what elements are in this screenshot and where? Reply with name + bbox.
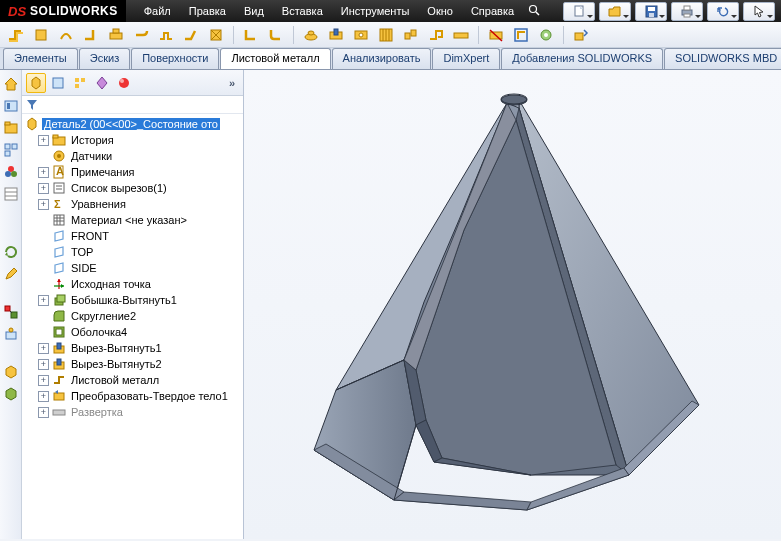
- tree-item[interactable]: +Бобышка-Вытянуть1: [22, 292, 243, 308]
- tree-item[interactable]: +Преобразовать-Твердое тело1: [22, 388, 243, 404]
- display-manager-tab[interactable]: [114, 73, 134, 93]
- menu-view[interactable]: Вид: [236, 3, 272, 19]
- rail-display-state-icon[interactable]: [3, 326, 19, 342]
- tree-item[interactable]: SIDE: [22, 260, 243, 276]
- miter-flange-button[interactable]: [105, 25, 127, 45]
- tree-item[interactable]: +AПримечания: [22, 164, 243, 180]
- rail-custom-props-icon[interactable]: [3, 186, 19, 202]
- simple-hole-button[interactable]: [350, 25, 372, 45]
- property-manager-tab[interactable]: [48, 73, 68, 93]
- convert-button[interactable]: [30, 25, 52, 45]
- open-button[interactable]: [599, 2, 631, 21]
- vent-button[interactable]: [375, 25, 397, 45]
- menu-file[interactable]: Файл: [136, 3, 179, 19]
- svg-rect-38: [5, 144, 10, 149]
- tree-item-label: Листовой металл: [69, 374, 161, 386]
- expand-icon[interactable]: +: [38, 359, 49, 370]
- tree-item[interactable]: FRONT: [22, 228, 243, 244]
- closed-corner-button[interactable]: [240, 25, 262, 45]
- rail-design-library-icon[interactable]: [3, 98, 19, 114]
- tree-item[interactable]: +Листовой металл: [22, 372, 243, 388]
- tab-surfaces[interactable]: Поверхности: [131, 48, 219, 69]
- tree-item[interactable]: TOP: [22, 244, 243, 260]
- svg-point-41: [8, 166, 14, 172]
- flatten-button[interactable]: [450, 25, 472, 45]
- no-bends-button[interactable]: [485, 25, 507, 45]
- rail-appearances-icon[interactable]: [3, 164, 19, 180]
- rail-view-palette-icon[interactable]: [3, 142, 19, 158]
- expand-icon[interactable]: +: [38, 375, 49, 386]
- edge-flange-button[interactable]: [80, 25, 102, 45]
- tree-item[interactable]: Материал <не указан>: [22, 212, 243, 228]
- rail-edit-icon[interactable]: [3, 266, 19, 282]
- feature-manager-tabs: »: [22, 70, 243, 96]
- new-button[interactable]: [563, 2, 595, 21]
- tab-dimxpert[interactable]: DimXpert: [432, 48, 500, 69]
- menu-search-icon[interactable]: [524, 2, 545, 21]
- expand-icon[interactable]: +: [38, 391, 49, 402]
- expand-icon[interactable]: +: [38, 199, 49, 210]
- cross-break-button[interactable]: [205, 25, 227, 45]
- feature-filter-bar[interactable]: [22, 96, 243, 114]
- save-button[interactable]: [635, 2, 667, 21]
- select-button[interactable]: [743, 2, 775, 21]
- menu-help[interactable]: Справка: [463, 3, 522, 19]
- insert-bends-button[interactable]: [510, 25, 532, 45]
- export-dxf-button[interactable]: [570, 25, 592, 45]
- graphics-viewport[interactable]: [244, 70, 781, 539]
- rail-home-icon[interactable]: [3, 76, 19, 92]
- corner-relief-button[interactable]: [265, 25, 287, 45]
- rail-file-explorer-icon[interactable]: [3, 120, 19, 136]
- tree-root-part[interactable]: Деталь2 (00<<00>_Состояние ото: [22, 116, 243, 132]
- print-button[interactable]: [671, 2, 703, 21]
- cut-icon: [51, 357, 67, 371]
- expand-icon[interactable]: +: [38, 135, 49, 146]
- hem-button[interactable]: [130, 25, 152, 45]
- tree-item[interactable]: Датчики: [22, 148, 243, 164]
- rail-part-icon[interactable]: [3, 364, 19, 380]
- dim-manager-tab[interactable]: [92, 73, 112, 93]
- base-flange-button[interactable]: [5, 25, 27, 45]
- tree-item-label: Скругление2: [69, 310, 138, 322]
- tab-evaluate[interactable]: Анализировать: [332, 48, 432, 69]
- expand-icon[interactable]: +: [38, 183, 49, 194]
- rail-body-icon[interactable]: [3, 386, 19, 402]
- sketched-bend-button[interactable]: [180, 25, 202, 45]
- unfold-button[interactable]: [400, 25, 422, 45]
- tree-item[interactable]: Исходная точка: [22, 276, 243, 292]
- expand-icon[interactable]: +: [38, 343, 49, 354]
- menu-window[interactable]: Окно: [419, 3, 461, 19]
- expand-icon[interactable]: +: [38, 167, 49, 178]
- undo-button[interactable]: [707, 2, 739, 21]
- jog-button[interactable]: [155, 25, 177, 45]
- extruded-cut-button[interactable]: [325, 25, 347, 45]
- tab-mbd[interactable]: SOLIDWORKS MBD: [664, 48, 781, 69]
- forming-tool-button[interactable]: [300, 25, 322, 45]
- tree-item[interactable]: +Развертка: [22, 404, 243, 420]
- fold-button[interactable]: [425, 25, 447, 45]
- rail-rebuild-icon[interactable]: [3, 244, 19, 260]
- rip-button[interactable]: [535, 25, 557, 45]
- tree-item[interactable]: +Вырез-Вытянуть1: [22, 340, 243, 356]
- lofted-bend-button[interactable]: [55, 25, 77, 45]
- tree-item[interactable]: +История: [22, 132, 243, 148]
- tab-addins[interactable]: Добавления SOLIDWORKS: [501, 48, 663, 69]
- tab-elements[interactable]: Элементы: [3, 48, 78, 69]
- tree-item[interactable]: +ΣУравнения: [22, 196, 243, 212]
- rail-config-icon[interactable]: [3, 304, 19, 320]
- tree-item[interactable]: +Вырез-Вытянуть2: [22, 356, 243, 372]
- expand-icon[interactable]: +: [38, 295, 49, 306]
- tree-item[interactable]: Скругление2: [22, 308, 243, 324]
- expand-icon[interactable]: +: [38, 407, 49, 418]
- tab-sheet-metal[interactable]: Листовой металл: [220, 48, 330, 69]
- tab-sketch[interactable]: Эскиз: [79, 48, 130, 69]
- tree-item[interactable]: +Список вырезов(1): [22, 180, 243, 196]
- feature-tree-tab[interactable]: [26, 73, 46, 93]
- menu-tools[interactable]: Инструменты: [333, 3, 418, 19]
- menu-edit[interactable]: Правка: [181, 3, 234, 19]
- tree-item-label: Бобышка-Вытянуть1: [69, 294, 179, 306]
- config-manager-tab[interactable]: [70, 73, 90, 93]
- menu-insert[interactable]: Вставка: [274, 3, 331, 19]
- panel-expand-button[interactable]: »: [225, 77, 239, 89]
- tree-item[interactable]: Оболочка4: [22, 324, 243, 340]
